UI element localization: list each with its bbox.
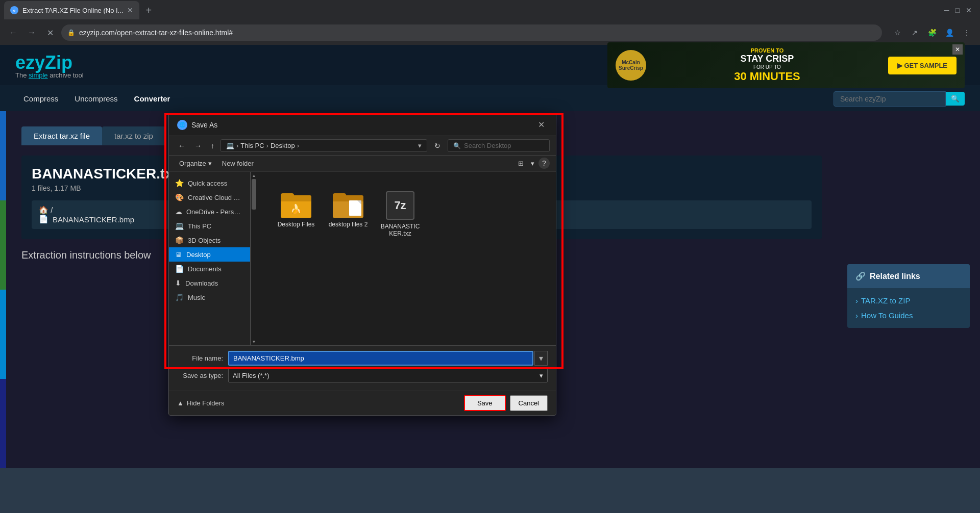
hide-folders-btn[interactable]: ▲ Hide Folders (177, 399, 225, 407)
help-btn[interactable]: ? (538, 158, 550, 169)
dialog-sidebar: ⭐ Quick access 🎨 Creative Cloud Fi... ☁ … (169, 172, 251, 345)
documents-icon: 📄 (175, 265, 184, 273)
active-tab[interactable]: e Extract TAR.XZ File Online (No I... ✕ (4, 1, 139, 19)
breadcrumb-dropdown[interactable]: ▾ (418, 142, 422, 149)
save-button[interactable]: Save (464, 395, 506, 411)
file-name-input[interactable] (228, 351, 533, 366)
folder-plain-icon (333, 191, 363, 218)
tab-convert[interactable]: tar.xz to zip (102, 126, 165, 145)
related-link-2-text: How To Guides (861, 311, 913, 320)
minimize-btn[interactable]: ─ (944, 6, 949, 14)
related-title: Related links (870, 272, 920, 281)
close-window-btn[interactable]: ✕ (966, 6, 972, 14)
grid-view-btn[interactable]: ⊞ (515, 158, 527, 169)
new-tab-button[interactable]: + (141, 5, 156, 16)
search-input[interactable] (834, 91, 946, 107)
up-arrow-icon: ▲ (177, 399, 184, 407)
dialog-search-bar[interactable]: 🔍 Search Desktop (448, 139, 550, 152)
file-name-dropdown[interactable]: ▾ (534, 351, 548, 366)
dialog-forward-btn[interactable]: → (191, 140, 205, 152)
back-btn[interactable]: ← (6, 25, 20, 40)
scrollbar-track (251, 179, 257, 338)
file-grid-item-desktop-files[interactable]: 🍌 Desktop Files (273, 188, 319, 240)
file-grid: 🍌 Desktop Files desktop files 2 (265, 180, 548, 248)
profile-btn[interactable]: 👤 (942, 25, 957, 40)
sidebar-creative-cloud[interactable]: 🎨 Creative Cloud Fi... (169, 190, 250, 204)
file-grid-item-desktop-files-2[interactable]: desktop files 2 (325, 188, 371, 240)
dialog-action-btns: Save Cancel (464, 395, 548, 411)
nav-uncompress[interactable]: Uncompress (66, 86, 126, 112)
sidebar-onedrive[interactable]: ☁ OneDrive - Person... (169, 204, 250, 219)
organize-btn[interactable]: Organize ▾ (175, 158, 216, 169)
site-logo[interactable]: ezyZip The simple archive tool (15, 52, 84, 79)
sidebar-3d-objects[interactable]: 📦 3D Objects (169, 233, 250, 247)
bookmark-btn[interactable]: ☆ (890, 25, 904, 40)
share-btn[interactable]: ↗ (908, 25, 922, 40)
dialog-toolbar-actions: Organize ▾ New folder ⊞ ▾ ? (169, 156, 556, 172)
extensions-btn[interactable]: 🧩 (925, 25, 939, 40)
maximize-btn[interactable]: □ (955, 6, 960, 14)
creative-cloud-icon: 🎨 (175, 193, 184, 201)
sidebar-music[interactable]: 🎵 Music (169, 290, 250, 304)
forward-btn[interactable]: → (24, 25, 39, 40)
browser-chrome: e Extract TAR.XZ File Online (No I... ✕ … (0, 0, 980, 45)
dialog-close-btn[interactable]: ✕ (535, 119, 548, 131)
tab-extract[interactable]: Extract tar.xz file (21, 126, 102, 145)
dialog-up-btn[interactable]: ↑ (208, 140, 217, 152)
scrollbar-thumb[interactable] (252, 179, 256, 210)
folder-plain-paper (349, 200, 361, 216)
creative-cloud-label: Creative Cloud Fi... (188, 194, 244, 201)
file-grid-item-bananasticker[interactable]: 7z BANANASTICKER.txz (377, 188, 423, 240)
folder-banana-icon: 🍌 (281, 191, 311, 218)
related-links-box: 🔗 Related links › TAR.XZ to ZIP › How To… (847, 264, 970, 328)
reload-btn[interactable]: ✕ (43, 25, 57, 40)
save-as-type-dropdown[interactable]: All Files (*.*) ▾ (228, 369, 548, 382)
new-folder-btn[interactable]: New folder (218, 158, 258, 169)
dialog-title-text: Save As (191, 121, 531, 129)
related-link-tarxz[interactable]: › TAR.XZ to ZIP (855, 296, 962, 305)
music-icon: 🎵 (175, 293, 184, 301)
logo-zip: Zip (45, 52, 72, 73)
breadcrumb-sep-1: › (236, 142, 238, 149)
scrollbar-down-btn[interactable]: ▼ (251, 338, 257, 345)
logo-tagline: The simple archive tool (15, 71, 84, 79)
breadcrumb-sep-3: › (297, 142, 299, 149)
file-label-1: Desktop Files (278, 221, 315, 228)
nav-compress[interactable]: Compress (15, 86, 66, 112)
breadcrumb-desktop: Desktop (271, 142, 295, 149)
tab-close-btn[interactable]: ✕ (127, 6, 133, 14)
sidebar-desktop[interactable]: 🖥 Desktop (169, 247, 250, 262)
dialog-bottom: File name: ▾ Save as type: All Files (*.… (169, 345, 556, 391)
address-bar[interactable]: 🔒 ezyzip.com/open-extract-tar-xz-files-o… (61, 24, 882, 41)
scrollbar-up-btn[interactable]: ▲ (251, 172, 257, 179)
content-right: 🔗 Related links › TAR.XZ to ZIP › How To… (837, 111, 980, 468)
tab-title: Extract TAR.XZ File Online (No I... (22, 7, 123, 14)
page-wrapper: e Extract TAR.XZ File Online (No I... ✕ … (0, 0, 980, 513)
cancel-button[interactable]: Cancel (510, 395, 548, 411)
view-dropdown-btn[interactable]: ▾ (528, 158, 537, 169)
sidebar-this-pc[interactable]: 💻 This PC (169, 219, 250, 233)
folder-emoji: 🍌 (290, 203, 302, 215)
menu-btn[interactable]: ⋮ (960, 25, 974, 40)
nav-converter[interactable]: Converter (126, 86, 179, 112)
related-link-guides[interactable]: › How To Guides (855, 311, 962, 320)
search-button[interactable]: 🔍 (946, 92, 965, 106)
nav-search: 🔍 (834, 91, 965, 107)
ad-close-btn[interactable]: ✕ (952, 44, 963, 55)
breadcrumb-sep-2: › (266, 142, 268, 149)
sidebar-quick-access[interactable]: ⭐ Quick access (169, 176, 250, 190)
related-header: 🔗 Related links (847, 264, 970, 288)
dialog-title-icon: 🌐 (177, 120, 187, 130)
dialog-back-btn[interactable]: ← (175, 140, 188, 152)
address-text: ezyzip.com/open-extract-tar-xz-files-onl… (79, 29, 876, 37)
sidebar-downloads[interactable]: ⬇ Downloads (169, 276, 250, 290)
dialog-search-icon: 🔍 (453, 142, 461, 149)
dialog-refresh-btn[interactable]: ↻ (430, 140, 445, 152)
sidebar-documents[interactable]: 📄 Documents (169, 262, 250, 276)
dialog-sidebar-scrollbar[interactable]: ▲ ▼ (251, 172, 257, 345)
dropdown-arrow: ▾ (540, 372, 543, 379)
desktop-label: Desktop (186, 251, 211, 259)
breadcrumb-bar[interactable]: 💻 › This PC › Desktop › ▾ (220, 139, 427, 152)
dialog-titlebar: 🌐 Save As ✕ (169, 114, 556, 136)
ad-cta-btn[interactable]: ▶ GET SAMPLE (888, 57, 957, 74)
